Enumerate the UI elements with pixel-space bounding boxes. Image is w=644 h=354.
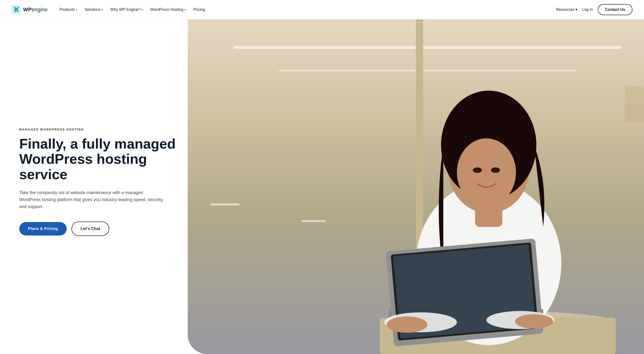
nav-pricing[interactable]: Pricing (190, 6, 208, 14)
resources-chevron-icon: ▾ (576, 7, 577, 12)
contact-button[interactable]: Contact Us (598, 4, 632, 15)
nav-links: Products ▾ Solutions ▾ Why WP Engine? ▾ … (56, 6, 209, 14)
hero-title: Finally, a fully managed WordPress hosti… (19, 136, 178, 182)
login-button[interactable]: Log In (582, 8, 593, 12)
logo[interactable]: WPengine (12, 5, 48, 15)
why-chevron-icon: ▾ (142, 9, 143, 11)
plans-pricing-button[interactable]: Plans & Pricing (19, 222, 67, 235)
hero-photo-inner (188, 19, 644, 354)
hero-buttons: Plans & Pricing Let's Chat (19, 222, 178, 236)
hero-person-svg (234, 36, 644, 354)
wp-engine-logo-icon (12, 5, 21, 15)
products-chevron-icon: ▾ (76, 9, 77, 11)
hero-image-area (188, 19, 644, 354)
nav-resources[interactable]: Resources ▾ (556, 7, 577, 12)
navbar: WPengine Products ▾ Solutions ▾ Why WP E… (0, 0, 644, 19)
lets-chat-button[interactable]: Let's Chat (72, 222, 110, 236)
hero-photo (188, 19, 644, 354)
svg-point-18 (515, 314, 553, 328)
navbar-left: WPengine Products ▾ Solutions ▾ Why WP E… (12, 5, 208, 15)
nav-why[interactable]: Why WP Engine? ▾ (107, 6, 146, 14)
navbar-right: Resources ▾ Log In Contact Us (556, 4, 632, 15)
hero-eyebrow: MANAGED WORDPRESS HOSTING (19, 128, 178, 131)
logo-text: WPengine (23, 7, 48, 13)
svg-point-17 (386, 316, 428, 332)
hero-section: MANAGED WORDPRESS HOSTING Finally, a ful… (0, 19, 644, 354)
solutions-chevron-icon: ▾ (102, 9, 103, 11)
svg-point-8 (457, 138, 516, 206)
nav-solutions[interactable]: Solutions ▾ (81, 6, 106, 14)
svg-point-9 (473, 167, 482, 173)
svg-rect-1 (15, 9, 18, 12)
hero-description: Take the complexity out of website maint… (19, 189, 164, 210)
nav-products[interactable]: Products ▾ (56, 6, 80, 14)
hero-content: MANAGED WORDPRESS HOSTING Finally, a ful… (19, 118, 188, 255)
hosting-chevron-icon: ▾ (184, 9, 186, 11)
nav-wordpress-hosting[interactable]: WordPress Hosting ▾ (147, 6, 189, 14)
svg-point-10 (491, 167, 500, 173)
